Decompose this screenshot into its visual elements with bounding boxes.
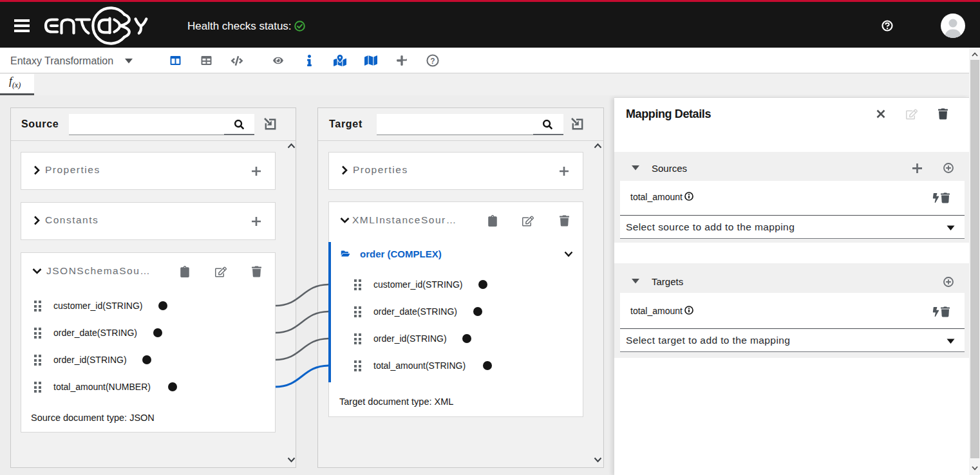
svg-text:?: ? bbox=[430, 57, 435, 66]
